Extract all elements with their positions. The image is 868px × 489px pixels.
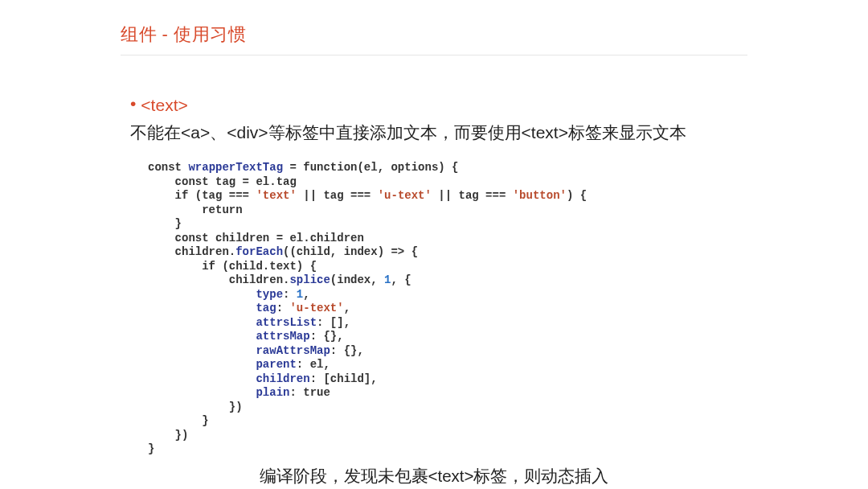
slide-content: 组件 - 使用习惯 • <text> 不能在<a>、<div>等标签中直接添加文… (0, 0, 868, 487)
slide-title: 组件 - 使用习惯 (121, 23, 747, 55)
bullet-dot: • (130, 92, 136, 114)
caption-text: 编译阶段，发现未包裹<text>标签，则动态插入 (121, 465, 747, 487)
bullet-item: • <text> (130, 92, 747, 118)
code-block: const wrapperTextTag = function(el, opti… (148, 161, 747, 457)
bullet-text: <text> (141, 96, 187, 114)
description-text: 不能在<a>、<div>等标签中直接添加文本，而要使用<text>标签来显示文本 (130, 118, 747, 147)
